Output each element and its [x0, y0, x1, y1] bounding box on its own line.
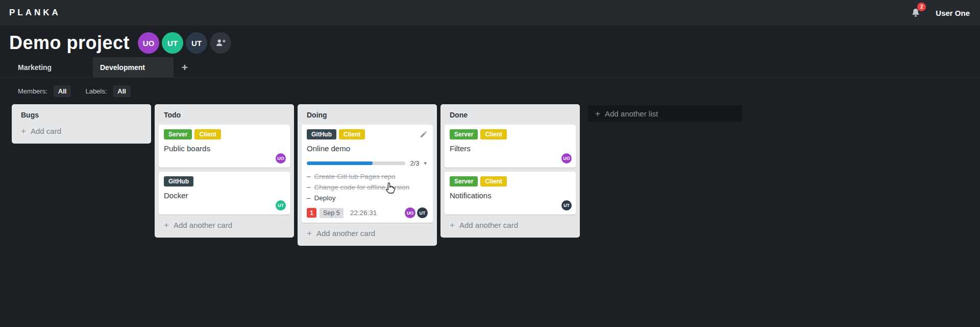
card-title: Online demo: [307, 144, 428, 153]
list-done: Done Server Client Filters UO Server Cli…: [440, 104, 580, 238]
plus-icon: +: [450, 221, 455, 229]
tab-development[interactable]: Development: [93, 57, 174, 77]
plus-icon: +: [182, 61, 188, 74]
filter-bar: Members: All Labels: All: [0, 78, 980, 104]
card-labels: Server Client: [164, 129, 285, 139]
list-title[interactable]: Todo: [159, 108, 290, 125]
edit-card-button[interactable]: [420, 130, 428, 138]
project-title: Demo project: [9, 32, 130, 54]
card-label: Client: [480, 129, 506, 139]
due-date-badge[interactable]: Sep 5: [320, 208, 344, 218]
card-label: Server: [450, 176, 478, 186]
checklist-progress-label: 2/3: [410, 159, 419, 167]
card-assignee-avatar: UT: [417, 207, 428, 218]
card-title: Docker: [164, 191, 285, 200]
project-member-avatar[interactable]: UT: [162, 32, 183, 54]
add-card-button[interactable]: + Add card: [16, 125, 147, 139]
app-bar: PLANKA 2 User One: [0, 0, 980, 26]
plus-icon: +: [21, 127, 26, 135]
pencil-icon: [420, 130, 428, 138]
planka-logo: PLANKA: [9, 8, 61, 18]
card-assignee-avatar: UT: [276, 200, 286, 211]
board-tabs: Marketing Development +: [0, 57, 980, 78]
plus-icon: +: [307, 229, 312, 238]
add-user-icon: [215, 37, 226, 49]
project-member-avatar[interactable]: UO: [138, 32, 159, 54]
add-card-button[interactable]: + Add another card: [159, 219, 290, 233]
add-card-label: Add another card: [174, 221, 232, 229]
add-list-button[interactable]: + Add another list: [588, 105, 742, 122]
checklist-progress: 2/3 ▾: [307, 159, 428, 167]
labels-filter-value[interactable]: All: [113, 85, 131, 97]
notification-count-badge: 2: [917, 3, 926, 11]
task-text: Create GitHub Pages repo: [314, 171, 396, 182]
project-members: UO UT UT: [138, 32, 231, 54]
card-footer: 1 Sep 5 22:26:31 UO UT: [307, 207, 428, 218]
card-public-boards[interactable]: Server Client Public boards UO: [159, 125, 290, 168]
timer-value[interactable]: 22:26:31: [350, 209, 377, 217]
list-todo: Todo Server Client Public boards UO GitH…: [155, 104, 294, 238]
task-item[interactable]: – Create GitHub Pages repo: [307, 171, 428, 182]
add-board-button[interactable]: +: [174, 57, 196, 77]
task-item[interactable]: – Change code for offline version: [307, 182, 428, 193]
card-title: Filters: [450, 144, 571, 153]
card-labels: GitHub: [164, 176, 285, 186]
list-bugs: Bugs + Add card: [12, 104, 151, 144]
card-notifications[interactable]: Server Client Notifications UT: [445, 172, 576, 215]
card-label: Server: [450, 129, 478, 139]
card-label: Server: [164, 129, 192, 139]
checklist-progress-track: [307, 161, 405, 165]
card-online-demo[interactable]: GitHub Client Online demo 2/3 ▾ – Creat: [302, 125, 433, 223]
task-item[interactable]: – Deploy: [307, 193, 428, 203]
members-filter-value[interactable]: All: [54, 85, 71, 97]
list-doing: Doing GitHub Client Online demo 2/3 ▾: [298, 104, 437, 246]
card-labels: GitHub Client: [307, 129, 428, 139]
card-filters[interactable]: Server Client Filters UO: [445, 125, 576, 168]
card-labels: Server Client: [450, 176, 571, 186]
add-card-label: Add card: [31, 127, 61, 135]
card-assignee-avatar: UO: [405, 207, 415, 218]
list-title[interactable]: Bugs: [16, 108, 147, 125]
add-card-label: Add another card: [459, 221, 518, 229]
task-text: Deploy: [314, 193, 336, 203]
card-labels: Server Client: [450, 129, 571, 139]
card-notification-badge: 1: [307, 208, 316, 218]
user-menu[interactable]: User One: [936, 9, 970, 17]
list-title[interactable]: Done: [445, 108, 576, 125]
card-assignees: UO UT: [405, 207, 428, 218]
checklist-tasks: – Create GitHub Pages repo – Change code…: [307, 171, 428, 203]
tab-marketing[interactable]: Marketing: [10, 57, 93, 77]
checklist-progress-fill: [307, 161, 373, 165]
card-label: Client: [480, 176, 506, 186]
add-member-button[interactable]: [210, 32, 231, 54]
plus-icon: +: [595, 109, 600, 118]
notifications-button[interactable]: 2: [910, 7, 922, 19]
add-card-label: Add another card: [316, 229, 375, 238]
add-card-button[interactable]: + Add another card: [302, 227, 433, 242]
members-filter-label: Members:: [18, 87, 47, 95]
card-title: Public boards: [164, 144, 285, 153]
card-assignee-avatar: UT: [561, 200, 572, 211]
project-header: Demo project UO UT UT: [0, 26, 980, 55]
app-bar-right: 2 User One: [910, 7, 970, 19]
card-label: GitHub: [164, 176, 193, 186]
card-docker[interactable]: GitHub Docker UT: [159, 172, 290, 215]
add-list-label: Add another list: [605, 109, 658, 118]
card-title: Notifications: [450, 191, 571, 200]
dash-icon: –: [307, 171, 311, 182]
add-card-button[interactable]: + Add another card: [445, 219, 576, 233]
project-member-avatar[interactable]: UT: [186, 32, 207, 54]
card-label: Client: [339, 129, 365, 139]
board: Bugs + Add card Todo Server Client Publi…: [0, 104, 980, 246]
card-label: Client: [194, 129, 220, 139]
labels-filter-label: Labels:: [85, 87, 107, 95]
card-label: GitHub: [307, 129, 336, 139]
task-text: Change code for offline version: [314, 182, 410, 193]
card-assignee-avatar: UO: [561, 153, 572, 164]
card-assignee-avatar: UO: [276, 153, 286, 164]
plus-icon: +: [164, 221, 169, 229]
dash-icon: –: [307, 193, 311, 203]
dash-icon: –: [307, 182, 311, 193]
chevron-down-icon[interactable]: ▾: [424, 160, 427, 167]
list-title[interactable]: Doing: [302, 108, 433, 125]
